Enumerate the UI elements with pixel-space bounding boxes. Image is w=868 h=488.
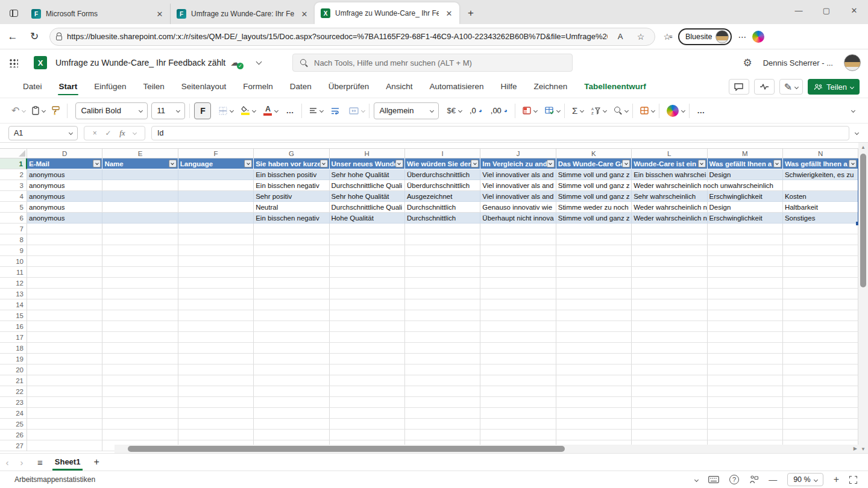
row-header-25[interactable]: 25 xyxy=(0,419,27,430)
cell-N26[interactable] xyxy=(783,430,858,440)
cell-N20[interactable] xyxy=(783,364,858,375)
cell-E25[interactable] xyxy=(102,419,178,430)
cell-F25[interactable] xyxy=(178,419,254,430)
cell-L7[interactable] xyxy=(632,224,707,234)
column-header-M[interactable]: M xyxy=(708,148,783,158)
cell-M12[interactable] xyxy=(708,278,783,289)
cell-E15[interactable] xyxy=(102,310,178,321)
ribbon-tab-überprüfen[interactable]: Überprüfen xyxy=(320,77,378,96)
cell-D11[interactable] xyxy=(27,267,102,278)
formula-input[interactable]: Id xyxy=(151,126,849,140)
column-header-N[interactable]: N xyxy=(783,148,858,158)
cell-D2[interactable]: anonymous xyxy=(27,169,102,180)
row-header-13[interactable]: 13 xyxy=(0,289,27,299)
editing-mode-button[interactable]: ✎ xyxy=(779,79,803,95)
cell-F26[interactable] xyxy=(178,430,254,440)
cell-H22[interactable] xyxy=(330,386,405,397)
cell-D15[interactable] xyxy=(27,310,102,321)
cell-N18[interactable] xyxy=(783,343,858,354)
cell-G1[interactable]: Sie haben vor kurze xyxy=(254,158,329,169)
keyboard-icon[interactable] xyxy=(708,476,719,483)
cell-K5[interactable]: Stimme weder zu noch xyxy=(556,202,632,213)
cell-I20[interactable] xyxy=(405,364,480,375)
cell-L13[interactable] xyxy=(632,289,707,299)
filter-icon[interactable] xyxy=(395,160,403,167)
row-header-14[interactable]: 14 xyxy=(0,299,27,310)
column-header-D[interactable]: D xyxy=(27,148,102,158)
increase-decimal-icon[interactable]: ,00◕ xyxy=(488,102,511,119)
insert-function-icon[interactable]: fx xyxy=(119,128,125,138)
conditional-formatting-icon[interactable] xyxy=(520,102,534,119)
cell-K14[interactable] xyxy=(556,299,632,310)
cell-J5[interactable]: Genauso innovativ wie xyxy=(480,202,556,213)
cell-L15[interactable] xyxy=(632,310,707,321)
cell-N9[interactable] xyxy=(783,245,858,256)
filter-icon[interactable] xyxy=(244,160,252,167)
refresh-icon[interactable]: ↻ xyxy=(25,28,43,46)
row-header-21[interactable]: 21 xyxy=(0,375,27,386)
ribbon-tab-zeichnen[interactable]: Zeichnen xyxy=(526,77,576,96)
cell-E11[interactable] xyxy=(102,267,178,278)
cell-L3[interactable]: Weder wahrscheinlich noch unwahrscheinli… xyxy=(632,180,707,191)
cell-I4[interactable]: Ausgezeichnet xyxy=(405,191,480,202)
cell-F9[interactable] xyxy=(178,245,254,256)
horizontal-scroll-thumb[interactable] xyxy=(128,446,565,452)
cell-I13[interactable] xyxy=(405,289,480,299)
cell-M18[interactable] xyxy=(708,343,783,354)
cell-I7[interactable] xyxy=(405,224,480,234)
ribbon-tab-einfügen[interactable]: Einfügen xyxy=(86,77,134,96)
cell-K7[interactable] xyxy=(556,224,632,234)
cell-K22[interactable] xyxy=(556,386,632,397)
cell-H25[interactable] xyxy=(330,419,405,430)
cell-I2[interactable]: Überdurchschnittlich xyxy=(405,169,480,180)
row-header-20[interactable]: 20 xyxy=(0,364,27,375)
cell-G11[interactable] xyxy=(254,267,329,278)
cell-K13[interactable] xyxy=(556,289,632,299)
filter-icon[interactable] xyxy=(320,160,328,167)
cell-N13[interactable] xyxy=(783,289,858,299)
cell-I15[interactable] xyxy=(405,310,480,321)
cell-F2[interactable] xyxy=(178,169,254,180)
cell-M24[interactable] xyxy=(708,408,783,419)
column-header-G[interactable]: G xyxy=(254,148,329,158)
select-all-corner[interactable] xyxy=(0,148,27,158)
row-header-16[interactable]: 16 xyxy=(0,321,27,332)
font-name-select[interactable]: Calibri Bold xyxy=(75,102,148,119)
cell-J19[interactable] xyxy=(480,354,556,364)
cell-E26[interactable] xyxy=(102,430,178,440)
cell-J20[interactable] xyxy=(480,364,556,375)
cell-K6[interactable]: Stimme voll und ganz z xyxy=(556,213,632,224)
cell-D26[interactable] xyxy=(27,430,102,440)
cell-N2[interactable]: Schwierigkeiten, es zu xyxy=(783,169,858,180)
row-header-12[interactable]: 12 xyxy=(0,278,27,289)
cell-K8[interactable] xyxy=(556,234,632,245)
cell-I8[interactable] xyxy=(405,234,480,245)
cell-E18[interactable] xyxy=(102,343,178,354)
cell-H2[interactable]: Sehr hohe Qualität xyxy=(330,169,405,180)
cell-J14[interactable] xyxy=(480,299,556,310)
cell-F20[interactable] xyxy=(178,364,254,375)
cell-N22[interactable] xyxy=(783,386,858,397)
cell-D10[interactable] xyxy=(27,256,102,267)
cell-F15[interactable] xyxy=(178,310,254,321)
filter-icon[interactable] xyxy=(93,160,101,167)
cell-G20[interactable] xyxy=(254,364,329,375)
cell-I19[interactable] xyxy=(405,354,480,364)
autosum-icon[interactable]: Σ xyxy=(569,102,580,119)
row-header-3[interactable]: 3 xyxy=(0,180,27,191)
cell-M4[interactable]: Erschwinglichkeit xyxy=(708,191,783,202)
cancel-icon[interactable]: × xyxy=(93,129,97,137)
cell-K25[interactable] xyxy=(556,419,632,430)
cell-E7[interactable] xyxy=(102,224,178,234)
cell-N3[interactable] xyxy=(783,180,858,191)
fill-color-icon[interactable] xyxy=(238,102,253,119)
cell-J4[interactable]: Viel innovativer als and xyxy=(480,191,556,202)
cell-M23[interactable] xyxy=(708,397,783,408)
cell-N14[interactable] xyxy=(783,299,858,310)
sheet-tab[interactable]: Sheet1 xyxy=(48,454,88,471)
cell-N16[interactable] xyxy=(783,321,858,332)
cell-E4[interactable] xyxy=(102,191,178,202)
cell-J23[interactable] xyxy=(480,397,556,408)
cell-G8[interactable] xyxy=(254,234,329,245)
row-header-24[interactable]: 24 xyxy=(0,408,27,419)
